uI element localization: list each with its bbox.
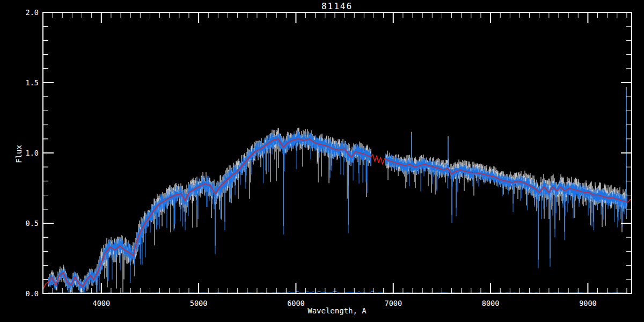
spectrum-chart: 4000500060007000800090000.00.51.01.52.0 … [0,0,644,322]
x-tick-label: 9000 [579,299,597,308]
x-tick-label: 6000 [287,299,305,308]
y-tick-label: 2.0 [26,8,39,17]
spectrum-series-layer [43,87,632,293]
x-tick-label: 7000 [385,299,402,308]
model-fit-line [43,139,632,289]
zero-level-line [48,291,627,293]
x-tick-label: 4000 [93,299,111,308]
x-axis-label: Wavelength, A [308,306,367,315]
x-tick-label: 5000 [190,299,208,308]
plot-window: 4000500060007000800090000.00.51.01.52.0 … [0,0,644,322]
x-tick-label: 8000 [482,299,500,308]
y-tick-label: 0.5 [26,219,39,228]
y-tick-label: 1.0 [26,149,39,157]
y-tick-label: 1.5 [26,78,39,87]
y-tick-label: 0.0 [26,289,39,298]
chart-title: 81146 [321,1,353,11]
y-axis-label: Flux [14,145,23,163]
